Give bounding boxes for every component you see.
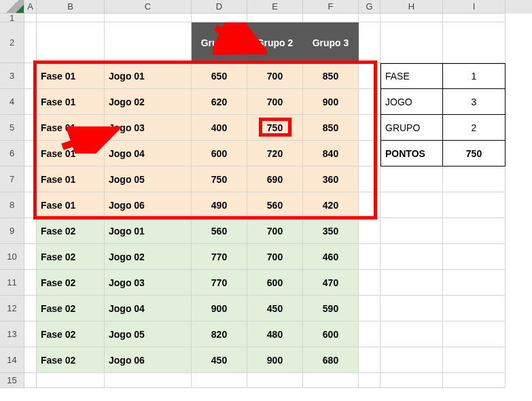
cell[interactable] <box>359 167 380 192</box>
row-10-header[interactable]: 10 <box>0 244 24 270</box>
cell[interactable] <box>359 270 380 296</box>
cell[interactable] <box>359 14 380 22</box>
cell-jogo[interactable]: Jogo 02 <box>105 244 192 270</box>
col-E[interactable]: E <box>247 0 303 14</box>
col-H[interactable]: H <box>380 0 443 14</box>
cell[interactable] <box>359 63 380 89</box>
cell-jogo[interactable]: Jogo 04 <box>105 141 192 167</box>
row-13-header[interactable]: 13 <box>0 321 24 347</box>
cell-e[interactable]: 690 <box>247 167 303 192</box>
cell[interactable] <box>247 373 303 388</box>
cell-fase[interactable]: Fase 01 <box>37 192 105 218</box>
cell-e[interactable]: 700 <box>247 244 303 270</box>
cell-e[interactable]: 720 <box>247 141 303 167</box>
cell[interactable] <box>359 218 380 244</box>
cell[interactable] <box>380 321 443 347</box>
cell[interactable] <box>24 270 37 296</box>
cell-f[interactable]: 840 <box>303 141 359 167</box>
col-C[interactable]: C <box>105 0 192 14</box>
cell-d[interactable]: 490 <box>192 192 247 218</box>
cell[interactable] <box>359 347 380 373</box>
cell[interactable] <box>380 373 443 388</box>
cell-f[interactable]: 470 <box>303 270 359 296</box>
cell[interactable] <box>359 89 380 115</box>
cell[interactable] <box>443 167 506 192</box>
cell-fase[interactable]: Fase 01 <box>37 141 105 167</box>
cell[interactable] <box>443 22 506 63</box>
col-A[interactable]: A <box>24 0 37 14</box>
cell[interactable] <box>443 192 506 218</box>
row-7-header[interactable]: 7 <box>0 167 24 192</box>
cell[interactable] <box>24 89 37 115</box>
cell[interactable] <box>303 373 359 388</box>
header-grupo2[interactable]: Grupo 2 <box>247 22 303 63</box>
cell-fase[interactable]: Fase 01 <box>37 63 105 89</box>
cell[interactable] <box>380 270 443 296</box>
lookup-grupo-value[interactable]: 2 <box>443 115 506 141</box>
cell[interactable] <box>443 347 506 373</box>
cell[interactable] <box>24 296 37 321</box>
row-9-header[interactable]: 9 <box>0 218 24 244</box>
select-all-corner[interactable] <box>0 0 24 14</box>
cell-jogo[interactable]: Jogo 01 <box>105 63 192 89</box>
cell[interactable] <box>105 373 192 388</box>
cell-fase[interactable]: Fase 02 <box>37 321 105 347</box>
cell[interactable] <box>359 192 380 218</box>
lookup-jogo-label[interactable]: JOGO <box>380 89 443 115</box>
cell-d[interactable]: 650 <box>192 63 247 89</box>
col-F[interactable]: F <box>303 0 359 14</box>
cell-d[interactable]: 820 <box>192 321 247 347</box>
cell-fase[interactable]: Fase 02 <box>37 347 105 373</box>
cell-d[interactable]: 600 <box>192 141 247 167</box>
cell-fase[interactable]: Fase 01 <box>37 167 105 192</box>
cell[interactable] <box>380 167 443 192</box>
cell[interactable] <box>105 14 192 22</box>
col-G[interactable]: G <box>359 0 380 14</box>
cell-e[interactable]: 700 <box>247 63 303 89</box>
cell[interactable] <box>24 115 37 141</box>
row-14-header[interactable]: 14 <box>0 347 24 373</box>
lookup-grupo-label[interactable]: GRUPO <box>380 115 443 141</box>
cell[interactable] <box>24 244 37 270</box>
header-grupo1[interactable]: Grupo 1 <box>192 22 247 63</box>
cell-fase[interactable]: Fase 01 <box>37 115 105 141</box>
cell[interactable] <box>380 244 443 270</box>
cell-f[interactable]: 850 <box>303 63 359 89</box>
cell-jogo[interactable]: Jogo 02 <box>105 89 192 115</box>
cell[interactable] <box>359 244 380 270</box>
cell-e[interactable]: 600 <box>247 270 303 296</box>
cell-fase[interactable]: Fase 01 <box>37 89 105 115</box>
cell-f[interactable]: 850 <box>303 115 359 141</box>
cell-jogo[interactable]: Jogo 06 <box>105 347 192 373</box>
row-8-header[interactable]: 8 <box>0 192 24 218</box>
cell-d[interactable]: 450 <box>192 347 247 373</box>
header-grupo3[interactable]: Grupo 3 <box>303 22 359 63</box>
cell[interactable] <box>443 14 506 22</box>
cell[interactable] <box>359 373 380 388</box>
cell-d[interactable]: 770 <box>192 270 247 296</box>
cell-f[interactable]: 460 <box>303 244 359 270</box>
cell[interactable] <box>359 296 380 321</box>
cell-f[interactable]: 420 <box>303 192 359 218</box>
cell[interactable] <box>443 296 506 321</box>
cell-fase[interactable]: Fase 02 <box>37 296 105 321</box>
col-B[interactable]: B <box>37 0 105 14</box>
row-3-header[interactable]: 3 <box>0 63 24 89</box>
cell[interactable] <box>37 14 105 22</box>
cell[interactable] <box>24 22 37 63</box>
cell-f[interactable]: 590 <box>303 296 359 321</box>
cell[interactable] <box>443 321 506 347</box>
cell[interactable] <box>359 115 380 141</box>
row-6-header[interactable]: 6 <box>0 141 24 167</box>
cell-f[interactable]: 360 <box>303 167 359 192</box>
row-15-header[interactable]: 15 <box>0 373 24 388</box>
cell[interactable] <box>443 270 506 296</box>
cell[interactable] <box>380 347 443 373</box>
cell[interactable] <box>359 321 380 347</box>
row-11-header[interactable]: 11 <box>0 270 24 296</box>
cell-jogo[interactable]: Jogo 03 <box>105 270 192 296</box>
col-I[interactable]: I <box>443 0 506 14</box>
cell-jogo[interactable]: Jogo 05 <box>105 167 192 192</box>
cell-jogo[interactable]: Jogo 01 <box>105 218 192 244</box>
cell[interactable] <box>443 373 506 388</box>
